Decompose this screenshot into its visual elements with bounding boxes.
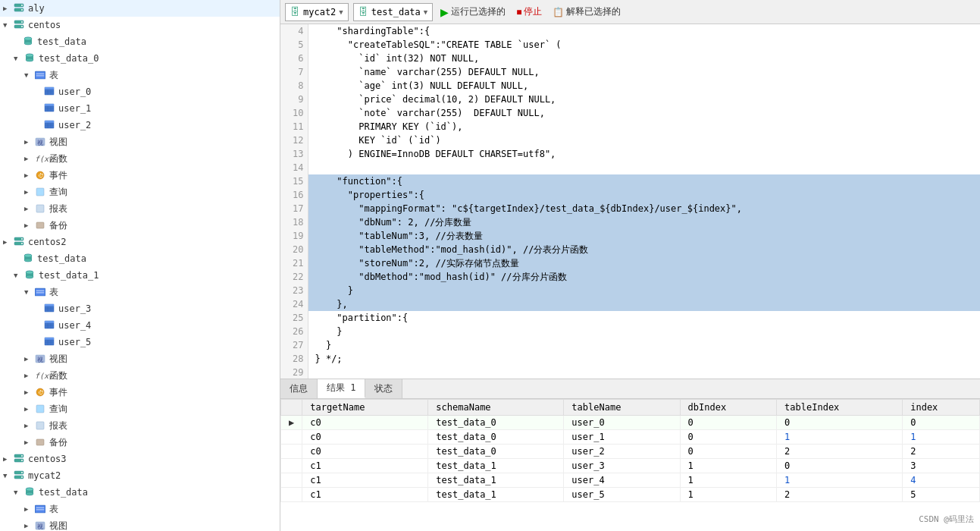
- server-icon: [14, 470, 26, 482]
- sidebar-item-centos-test_data_0-user_0[interactable]: user_0: [0, 83, 280, 100]
- cell-schemaName: test_data_1: [428, 459, 564, 473]
- sidebar-item-mycat2-test_data[interactable]: ▼ test_data: [0, 484, 280, 501]
- sidebar-item-centos-test_data_0[interactable]: ▼ test_data_0: [0, 50, 280, 67]
- sidebar-item-centos-test_data_0-user_2[interactable]: user_2: [0, 117, 280, 134]
- table-row: c0test_data_0user_1011: [281, 430, 980, 445]
- folder-icon: [35, 286, 47, 298]
- sidebar-item-centos-test_data_0-user_1[interactable]: user_1: [0, 100, 280, 117]
- tree-arrow: ▶: [24, 171, 33, 179]
- cell-index: 4: [903, 473, 980, 488]
- tree-label: centos2: [28, 237, 67, 247]
- stop-button[interactable]: ■ 停止: [513, 4, 545, 20]
- sidebar-item-centos2-test_data_1-tables[interactable]: ▼表: [0, 284, 280, 300]
- svg-point-5: [21, 21, 23, 23]
- folder-icon: f(x): [35, 369, 47, 382]
- table-icon: [44, 336, 56, 348]
- tree-label: user_4: [58, 320, 91, 331]
- tree-arrow: ▶: [24, 188, 33, 196]
- tab-信息[interactable]: 信息: [280, 379, 318, 398]
- code-line-17: "mappingFormat": "c${targetIndex}/test_d…: [308, 202, 980, 215]
- sidebar-item-mycat2-test_data-views[interactable]: ▶视视图: [0, 517, 280, 531]
- sidebar-item-centos2-test_data_1[interactable]: ▼ test_data_1: [0, 267, 280, 284]
- line-number-13: 13: [280, 147, 308, 161]
- tree-arrow: ▶: [24, 505, 33, 513]
- tree-arrow: ▶: [3, 455, 12, 463]
- line-number-8: 8: [280, 79, 308, 93]
- cell-schemaName: test_data_0: [428, 430, 564, 445]
- cell-targetName: c0: [302, 416, 428, 430]
- tree-arrow: ▶: [3, 5, 12, 12]
- sidebar-item-centos-funcs[interactable]: ▶f(x)函数: [0, 150, 280, 167]
- svg-point-51: [24, 259, 32, 262]
- sidebar-item-mycat2[interactable]: ▼ mycat2: [0, 467, 280, 484]
- tab-状态[interactable]: 状态: [365, 379, 402, 398]
- sidebar-item-centos2-events[interactable]: ▶⏱事件: [0, 384, 280, 401]
- sidebar-item-aly[interactable]: ▶ aly: [0, 0, 280, 17]
- sidebar-item-centos-reports[interactable]: ▶报表: [0, 200, 280, 217]
- col-header-dbIndex: dbIndex: [680, 400, 777, 416]
- watermark: CSDN @码里法: [919, 514, 974, 525]
- folder-icon: [35, 503, 47, 515]
- cell-tableIndex: 2: [777, 445, 903, 459]
- tab-结果 1[interactable]: 结果 1: [318, 379, 365, 398]
- sidebar-item-centos2[interactable]: ▶ centos2: [0, 234, 280, 250]
- sidebar-item-centos2-reports[interactable]: ▶报表: [0, 417, 280, 434]
- svg-rect-27: [45, 104, 54, 106]
- sidebar-item-centos-test_data[interactable]: test_data: [0, 33, 280, 50]
- line-number-19: 19: [280, 229, 308, 243]
- tree-arrow: ▶: [24, 372, 33, 379]
- cell-targetName: c0: [302, 430, 428, 445]
- tree-arrow: ▼: [14, 272, 23, 279]
- svg-text:⏱: ⏱: [38, 172, 44, 179]
- sidebar-item-centos2-funcs[interactable]: ▶f(x)函数: [0, 367, 280, 384]
- stop-icon: ■: [516, 7, 521, 17]
- cell-index: 0: [903, 416, 980, 430]
- sidebar-item-centos2-test_data_1-user_4[interactable]: user_4: [0, 317, 280, 334]
- tree-label: test_data: [37, 253, 86, 264]
- cell-tableIndex: 0: [777, 459, 903, 473]
- cell-dbIndex: 1: [680, 459, 777, 473]
- tree-label: centos3: [28, 454, 67, 464]
- sidebar-item-mycat2-test_data-tables[interactable]: ▶表: [0, 501, 280, 517]
- sidebar-item-centos-queries[interactable]: ▶查询: [0, 184, 280, 200]
- line-number-29: 29: [280, 366, 308, 379]
- analyze-button[interactable]: 📋 解释已选择的: [549, 4, 624, 20]
- code-line-23: }: [308, 284, 980, 297]
- folder-icon: [35, 403, 47, 415]
- table-selector[interactable]: 🗄 test_data ▼: [353, 3, 433, 21]
- sidebar-item-centos2-queries[interactable]: ▶查询: [0, 401, 280, 417]
- sidebar-item-centos-views[interactable]: ▶视视图: [0, 134, 280, 150]
- tree-label: 备份: [49, 219, 67, 232]
- main-content: 🗄 mycat2 ▼ 🗄 test_data ▼ ▶ 运行已选择的 ■ 停止 📋…: [280, 0, 980, 531]
- svg-text:视: 视: [37, 140, 43, 146]
- sidebar-item-centos3[interactable]: ▶ centos3: [0, 451, 280, 467]
- cell-tableName: user_0: [564, 416, 680, 430]
- sidebar-item-centos-events[interactable]: ▶⏱事件: [0, 167, 280, 184]
- code-content[interactable]: "shardingTable":{ "createTableSQL":"CREA…: [308, 24, 980, 379]
- tree-label: centos: [28, 20, 61, 30]
- tree-label: 表: [49, 286, 58, 299]
- sidebar-item-centos2-test_data_1-user_5[interactable]: user_5: [0, 334, 280, 350]
- svg-rect-74: [45, 338, 54, 340]
- code-line-29: [308, 366, 980, 379]
- sidebar-item-centos2-views[interactable]: ▶视视图: [0, 350, 280, 367]
- svg-point-46: [21, 238, 23, 240]
- svg-point-96: [26, 492, 33, 495]
- sidebar-item-centos2-backups[interactable]: ▶备份: [0, 434, 280, 451]
- sidebar-item-centos2-test_data[interactable]: test_data: [0, 250, 280, 267]
- run-selected-button[interactable]: ▶ 运行已选择的: [437, 4, 509, 20]
- cell-dbIndex: 0: [680, 430, 777, 445]
- db-selector[interactable]: 🗄 mycat2 ▼: [285, 3, 349, 21]
- sidebar-item-centos2-test_data_1-user_3[interactable]: user_3: [0, 300, 280, 317]
- sidebar-item-centos-backups[interactable]: ▶备份: [0, 217, 280, 234]
- svg-rect-68: [45, 321, 54, 323]
- code-line-8: `age` int(3) NULL DEFAULT NULL,: [308, 79, 980, 93]
- tree-label: user_2: [58, 120, 91, 130]
- tree-label: 表: [49, 503, 58, 516]
- server-icon: [14, 19, 26, 31]
- col-header-index: index: [903, 400, 980, 416]
- folder-icon: [35, 69, 47, 81]
- sidebar-item-centos-test_data_0-tables[interactable]: ▼表: [0, 67, 280, 83]
- svg-point-52: [24, 254, 32, 257]
- sidebar-item-centos[interactable]: ▼ centos: [0, 17, 280, 33]
